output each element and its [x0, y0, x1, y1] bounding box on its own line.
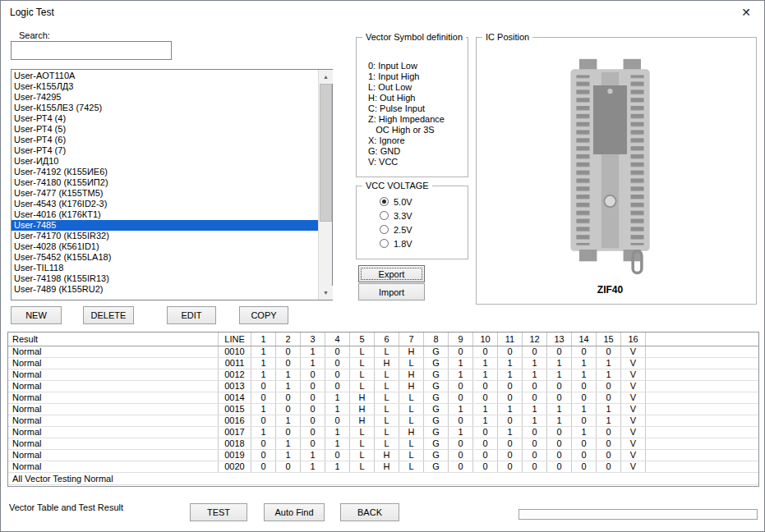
list-item[interactable]: User-К155ЛЕ3 (7425)	[12, 103, 318, 113]
list-item[interactable]: User-74170 (К155IR32)	[12, 231, 318, 241]
vcc-option-3.3V[interactable]: 3.3V	[380, 209, 412, 222]
table-header-cell: 3	[301, 332, 325, 346]
table-header-cell: 13	[547, 332, 572, 346]
list-item[interactable]: User-AOT110A	[12, 71, 318, 81]
edit-button[interactable]: EDIT	[167, 306, 216, 324]
table-cell: 0	[325, 358, 350, 369]
table-row[interactable]: Normal00151001HLLG1111111V	[8, 404, 758, 415]
table-cell: L	[399, 392, 424, 403]
auto-find-button[interactable]: Auto Find	[264, 503, 325, 521]
table-header-cell: 9	[449, 332, 473, 346]
list-item[interactable]: User-TIL118	[12, 263, 318, 273]
table-cell: 0	[572, 415, 597, 426]
list-item[interactable]: User-4543 (К176ID2-3)	[12, 199, 318, 209]
table-cell: 0017	[219, 427, 251, 438]
table-cell: H	[399, 381, 424, 392]
list-item[interactable]: User-74180 (К155ИП2)	[12, 177, 318, 188]
table-cell: 1	[473, 358, 498, 369]
table-row[interactable]: Normal00101010LLHG0000000V	[8, 346, 758, 358]
radio-icon[interactable]	[380, 197, 389, 206]
table-row-filler	[646, 358, 758, 369]
table-row-filler	[646, 415, 758, 426]
table-cell: 0	[547, 381, 572, 392]
table-cell: 0	[276, 404, 301, 415]
ic-position-group: IC Position	[476, 37, 757, 305]
table-cell: 1	[251, 346, 276, 357]
table-cell: 1	[251, 427, 276, 438]
table-cell: H	[375, 358, 399, 369]
list-item[interactable]: User-4016 (К176КТ1)	[12, 209, 318, 220]
list-item[interactable]: User-РТ4 (5)	[12, 124, 318, 135]
list-item[interactable]: User-РТ4 (6)	[12, 135, 318, 145]
table-cell: 1	[547, 415, 572, 426]
table-cell: 0	[547, 438, 572, 449]
vcc-option-2.5V[interactable]: 2.5V	[380, 222, 412, 236]
table-header-cell: 4	[325, 332, 350, 346]
list-item[interactable]: User-7485	[12, 220, 318, 231]
import-button[interactable]: Import	[358, 283, 425, 300]
list-item[interactable]: User-К155ЛД3	[12, 81, 318, 92]
table-header-cell: 6	[375, 332, 399, 346]
list-item[interactable]: User-74198 (К155IR13)	[12, 273, 318, 284]
scroll-down-icon[interactable]: ▼	[319, 286, 333, 300]
table-cell: Normal	[8, 392, 219, 403]
table-row-filler	[646, 404, 758, 415]
table-header-cell: 11	[498, 332, 523, 346]
list-item[interactable]: User-РТ4 (4)	[12, 113, 318, 124]
table-cell: 0	[449, 438, 473, 449]
list-item[interactable]: User-7489 (К155RU2)	[12, 284, 318, 295]
table-row[interactable]: Normal00140001HLLG0000000V	[8, 392, 758, 404]
table-cell: 1	[523, 404, 547, 415]
table-row[interactable]: Normal00160100HLLG0101101V	[8, 415, 758, 427]
table-header-cell: 5	[350, 332, 375, 346]
radio-icon[interactable]	[380, 239, 389, 248]
table-row[interactable]: Normal00130100LLHG0000000V	[8, 381, 758, 392]
table-cell: 0	[473, 381, 498, 392]
list-item[interactable]: User-74192 (К155ИЕ6)	[12, 167, 318, 177]
search-label: Search:	[19, 30, 50, 40]
list-item[interactable]: User-4028 (К561ID1)	[12, 241, 318, 252]
radio-icon[interactable]	[380, 225, 389, 234]
table-cell: 1	[325, 404, 350, 415]
vector-symbol-lines: 0: Input Low1: Input HighL: Out LowH: Ou…	[368, 61, 445, 167]
vector-symbol-line: OC High or 3S	[368, 125, 445, 135]
table-cell: 0	[276, 427, 301, 438]
table-cell: 0010	[219, 346, 251, 357]
radio-icon[interactable]	[380, 211, 389, 220]
table-cell: 0016	[219, 415, 251, 426]
table-row[interactable]: Normal00121100LLHG1111111V	[8, 369, 758, 381]
list-item[interactable]: User-75452 (К155LA18)	[12, 252, 318, 263]
close-icon[interactable]: ✕	[733, 2, 759, 22]
device-list-scrollbar[interactable]: ▲ ▼	[318, 70, 332, 300]
list-item[interactable]: User-РТ4 (7)	[12, 145, 318, 156]
copy-button[interactable]: COPY	[239, 306, 288, 324]
table-cell: 0	[523, 346, 547, 357]
list-item[interactable]: User-7477 (К155ТМ5)	[12, 188, 318, 199]
table-row[interactable]: Normal00180101LLLG0000000V	[8, 438, 758, 450]
delete-button[interactable]: DELETE	[83, 306, 134, 324]
vector-symbol-line: H: Out High	[368, 93, 445, 103]
scrollbar-thumb[interactable]	[320, 84, 332, 222]
table-cell: H	[350, 392, 375, 403]
table-row[interactable]: Normal00190110LHLG0000000V	[8, 450, 758, 461]
vcc-option-5.0V[interactable]: 5.0V	[380, 195, 412, 209]
table-cell: 0	[547, 450, 572, 461]
table-row[interactable]: Normal00111010LHLG1111111V	[8, 358, 758, 369]
table-row[interactable]: Normal00171001LLHG1010010V	[8, 427, 758, 438]
back-button[interactable]: BACK	[340, 503, 399, 521]
table-cell: 1	[498, 358, 523, 369]
new-button[interactable]: NEW	[11, 306, 62, 324]
table-row-filler	[646, 427, 758, 438]
export-button[interactable]: Export	[358, 265, 425, 282]
table-cell: 1	[597, 404, 621, 415]
scroll-up-icon[interactable]: ▲	[319, 70, 333, 84]
test-button[interactable]: TEST	[190, 503, 247, 521]
table-row[interactable]: Normal00200011LHLG0000000V	[8, 461, 758, 473]
list-item[interactable]: User-74295	[12, 92, 318, 103]
device-list[interactable]: User-AOT110AUser-К155ЛД3User-74295User-К…	[11, 69, 333, 300]
vector-symbol-line: X: Ignore	[368, 135, 445, 146]
vcc-option-1.8V[interactable]: 1.8V	[380, 236, 412, 250]
search-input[interactable]	[11, 41, 172, 60]
list-item[interactable]: User-ИД10	[12, 156, 318, 167]
table-cell: 0	[276, 358, 301, 369]
